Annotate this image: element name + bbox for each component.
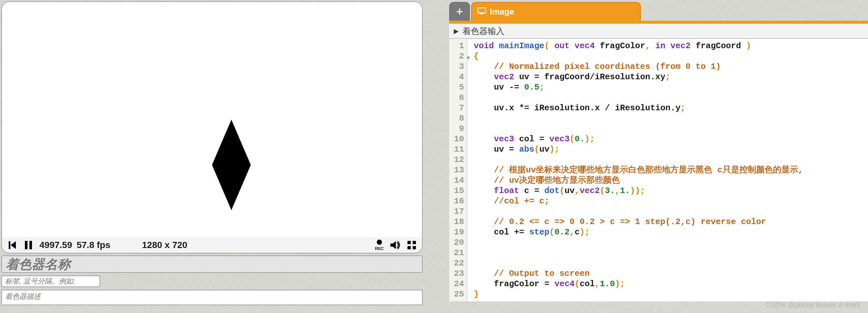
- tab-image-label: Image: [490, 7, 514, 17]
- shader-desc-input[interactable]: [1, 290, 423, 305]
- plus-icon: +: [456, 5, 463, 19]
- svg-rect-3: [25, 241, 28, 249]
- rec-label: REC: [375, 246, 383, 251]
- shader-name-input[interactable]: [1, 255, 423, 273]
- tab-image[interactable]: Image: [471, 2, 641, 21]
- line-gutter: 12▼3456789101112131415161718192021222324…: [449, 39, 467, 301]
- player-bar: 4997.59 57.8 fps 1280 x 720 REC: [2, 237, 422, 253]
- resolution-display: 1280 x 720: [142, 240, 187, 250]
- svg-rect-1: [9, 241, 10, 249]
- svg-marker-0: [212, 120, 251, 210]
- svg-rect-10: [413, 246, 416, 249]
- svg-rect-7: [407, 241, 411, 244]
- svg-rect-12: [480, 13, 483, 14]
- add-tab-button[interactable]: +: [449, 2, 470, 21]
- triangle-right-icon: ▶: [454, 27, 459, 35]
- svg-rect-4: [29, 241, 32, 249]
- code-editor[interactable]: 12▼3456789101112131415161718192021222324…: [449, 39, 868, 301]
- svg-point-5: [377, 239, 382, 245]
- monitor-icon: [477, 7, 486, 17]
- record-button[interactable]: REC: [374, 239, 384, 251]
- volume-button[interactable]: [391, 241, 401, 249]
- pause-button[interactable]: [23, 241, 34, 249]
- preview-frame: 4997.59 57.8 fps 1280 x 720 REC: [1, 1, 423, 254]
- tab-strip: + Image: [449, 0, 868, 21]
- preview-canvas[interactable]: [2, 2, 422, 237]
- rewind-button[interactable]: [7, 241, 18, 249]
- svg-rect-9: [407, 246, 411, 249]
- svg-rect-11: [478, 8, 486, 13]
- time-display: 4997.59: [39, 240, 72, 250]
- shader-tags-input[interactable]: [1, 276, 100, 287]
- watermark: CSDN @goose leaves a mark: [765, 301, 860, 309]
- tab-underbar: [449, 21, 868, 23]
- shader-inputs-label: 着色器输入: [462, 26, 504, 37]
- shader-inputs-toggle[interactable]: ▶ 着色器输入: [449, 23, 868, 39]
- svg-marker-2: [11, 241, 16, 249]
- svg-marker-6: [391, 241, 396, 249]
- code-area[interactable]: void mainImage( out vec4 fragColor, in v…: [467, 39, 803, 301]
- fullscreen-button[interactable]: [406, 241, 417, 249]
- fps-display: 57.8 fps: [76, 240, 110, 250]
- svg-rect-8: [413, 241, 416, 244]
